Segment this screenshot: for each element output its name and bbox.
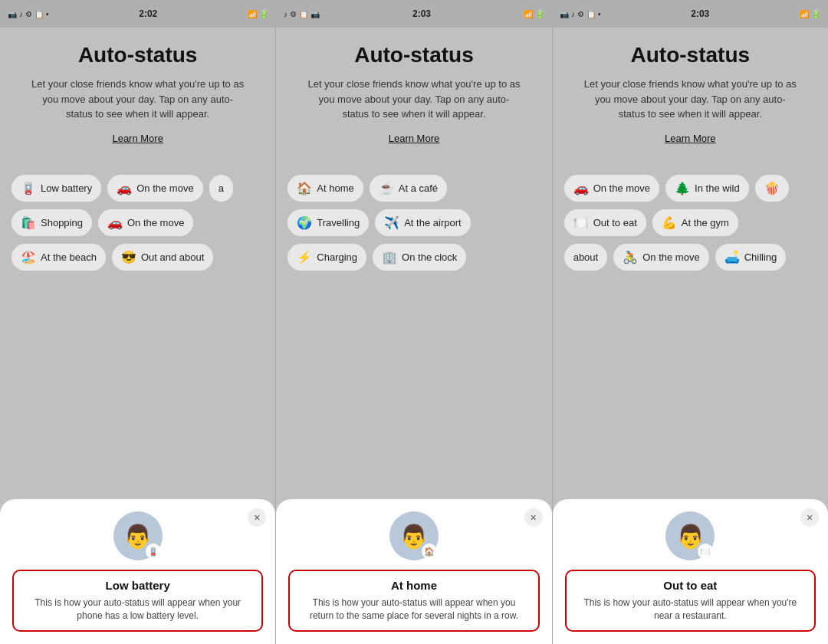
plane-icon: ✈️: [384, 215, 399, 230]
pill-at-beach[interactable]: 🏖️ At the beach: [12, 244, 106, 271]
pill-on-the-move-3[interactable]: 🚗 On the move: [564, 175, 659, 202]
pill-label: On the move: [593, 182, 650, 194]
pill-at-airport[interactable]: ✈️ At the airport: [375, 209, 470, 236]
pill-in-the-wild[interactable]: 🌲 In the wild: [665, 175, 749, 202]
screen-2-pills: 🏠 At home ☕ At a café 🌍 Travelling ✈️ At…: [288, 175, 540, 271]
modal-3-avatar-badge: 🍽️: [698, 544, 713, 559]
screen-2-title: Auto-status: [354, 43, 474, 67]
screen-1-pills: 🪫 Low battery 🚗 On the move a 🛍️ Shoppin…: [12, 175, 264, 271]
status-bar-3: 📷♪⚙📋• 2:03 📶🔋: [552, 0, 828, 28]
car-icon: 🚗: [117, 181, 132, 196]
pill-label: about: [573, 251, 599, 263]
status-right-2: 📶🔋: [524, 10, 544, 18]
screen-2-row-3: ⚡ Charging 🏢 On the clock: [288, 244, 540, 271]
screen-1-row-2: 🛍️ Shopping 🚗 On the move: [12, 209, 264, 236]
screen-1-learn-more[interactable]: Learn More: [112, 133, 163, 144]
modal-2-status-desc: This is how your auto-status will appear…: [299, 596, 528, 623]
shopping-icon: 🛍️: [21, 215, 36, 230]
beach-icon: 🏖️: [21, 250, 36, 264]
modal-2-status-title: At home: [299, 579, 528, 592]
pill-label: In the wild: [695, 182, 740, 194]
modal-2-avatar: 👨 🏠: [389, 511, 439, 560]
pill-at-home[interactable]: 🏠 At home: [288, 175, 363, 202]
screen-1-row-1: 🪫 Low battery 🚗 On the move a: [12, 175, 264, 202]
modal-1-avatar: 👨 🪫: [113, 511, 163, 560]
pill-label: Low battery: [41, 182, 92, 194]
pill-label: At the gym: [682, 217, 729, 228]
screen-3-desc: Let your close friends know what you're …: [583, 77, 797, 122]
pill-label: Chilling: [744, 251, 777, 263]
charging-icon: ⚡: [297, 250, 312, 264]
modal-2-close[interactable]: ×: [524, 508, 543, 527]
pill-label: Charging: [317, 251, 357, 263]
modal-3-close[interactable]: ×: [800, 508, 819, 527]
modal-2-status-box: At home This is how your auto-status wil…: [288, 570, 539, 632]
car-icon-2: 🚗: [107, 215, 123, 230]
pill-at-cafe[interactable]: ☕ At a café: [370, 175, 447, 202]
modal-1: × 👨 🪫 Low battery This is how your auto-…: [0, 499, 275, 644]
pill-out-about[interactable]: 😎 Out and about: [112, 244, 213, 271]
couch-icon: 🛋️: [724, 250, 740, 264]
screen-3-title: Auto-status: [631, 43, 751, 67]
pill-on-the-move-1[interactable]: 🚗 On the move: [107, 175, 202, 202]
screen-3-pills: 🚗 On the move 🌲 In the wild 🍿 🍽️ Out to …: [564, 175, 816, 271]
pill-low-battery[interactable]: 🪫 Low battery: [12, 175, 101, 202]
globe-icon: 🌍: [297, 215, 312, 230]
screen-3-row-2: 🍽️ Out to eat 💪 At the gym: [564, 209, 816, 236]
pill-partial-1[interactable]: a: [209, 175, 233, 202]
screen-3-learn-more[interactable]: Learn More: [665, 133, 715, 144]
pill-label: At the airport: [404, 217, 461, 228]
screen-1-row-3: 🏖️ At the beach 😎 Out and about: [12, 244, 264, 271]
pill-at-gym[interactable]: 💪 At the gym: [652, 209, 738, 236]
screen-3: Auto-status Let your close friends know …: [553, 28, 828, 644]
pill-travelling[interactable]: 🌍 Travelling: [288, 209, 369, 236]
screen-3-row-1: 🚗 On the move 🌲 In the wild 🍿: [564, 175, 816, 202]
pill-label: At home: [317, 182, 353, 194]
sunglasses-icon: 😎: [121, 250, 136, 264]
screen-2-learn-more[interactable]: Learn More: [389, 133, 439, 144]
modal-3-status-box: Out to eat This is how your auto-status …: [565, 570, 816, 632]
battery-icon: 🪫: [21, 181, 36, 196]
car-icon-3: 🚗: [573, 181, 589, 196]
pill-on-the-move-4[interactable]: 🚴 On the move: [613, 244, 708, 271]
pill-label: On the move: [127, 217, 184, 228]
bike-icon: 🚴: [623, 250, 638, 264]
modal-2-avatar-badge: 🏠: [422, 544, 437, 559]
status-time-3: 2:03: [691, 8, 709, 19]
status-bar-row: 📷♪⚙📋• 2:02 📶🔋 ♪⚙📋📷 2:03 📶🔋 📷♪⚙📋• 2:03 📶🔋: [0, 0, 828, 28]
pill-partial-3[interactable]: 🍿: [755, 175, 789, 202]
modal-3-avatar: 👨 🍽️: [665, 511, 715, 560]
modal-1-close[interactable]: ×: [248, 508, 266, 527]
pill-chilling[interactable]: 🛋️ Chilling: [715, 244, 787, 271]
screens-container: Auto-status Let your close friends know …: [0, 28, 828, 644]
pill-charging[interactable]: ⚡ Charging: [288, 244, 366, 271]
coffee-icon: ☕: [379, 181, 394, 196]
pill-label: a: [219, 182, 224, 194]
status-left-1: 📷♪⚙📋•: [8, 10, 49, 18]
pill-on-the-move-2[interactable]: 🚗 On the move: [98, 209, 193, 236]
gym-icon: 💪: [662, 215, 677, 230]
status-right-3: 📶🔋: [800, 10, 820, 18]
screen-3-row-3: about 🚴 On the move 🛋️ Chilling: [564, 244, 816, 271]
screen-2: Auto-status Let your close friends know …: [276, 28, 552, 644]
pill-label: At a café: [399, 182, 438, 194]
food-icon: 🍽️: [573, 215, 589, 230]
pill-about-partial[interactable]: about: [564, 244, 608, 271]
modal-3: × 👨 🍽️ Out to eat This is how your auto-…: [553, 499, 828, 644]
tree-icon: 🌲: [675, 181, 690, 196]
screen-2-row-2: 🌍 Travelling ✈️ At the airport: [288, 209, 540, 236]
screen-2-desc: Let your close friends know what you're …: [307, 77, 521, 122]
pill-label: At the beach: [41, 251, 97, 263]
modal-1-status-desc: This is how your auto-status will appear…: [23, 596, 252, 623]
home-icon: 🏠: [297, 181, 312, 196]
status-time-2: 2:03: [412, 8, 431, 19]
modal-2: × 👨 🏠 At home This is how your auto-stat…: [276, 499, 551, 644]
pill-label: On the move: [642, 251, 699, 263]
screen-2-row-1: 🏠 At home ☕ At a café: [288, 175, 540, 202]
status-right-1: 📶🔋: [248, 10, 268, 18]
modal-1-status-title: Low battery: [23, 579, 252, 592]
office-icon: 🏢: [382, 250, 397, 264]
pill-out-to-eat[interactable]: 🍽️ Out to eat: [564, 209, 646, 236]
pill-shopping[interactable]: 🛍️ Shopping: [12, 209, 92, 236]
pill-on-the-clock[interactable]: 🏢 On the clock: [373, 244, 466, 271]
